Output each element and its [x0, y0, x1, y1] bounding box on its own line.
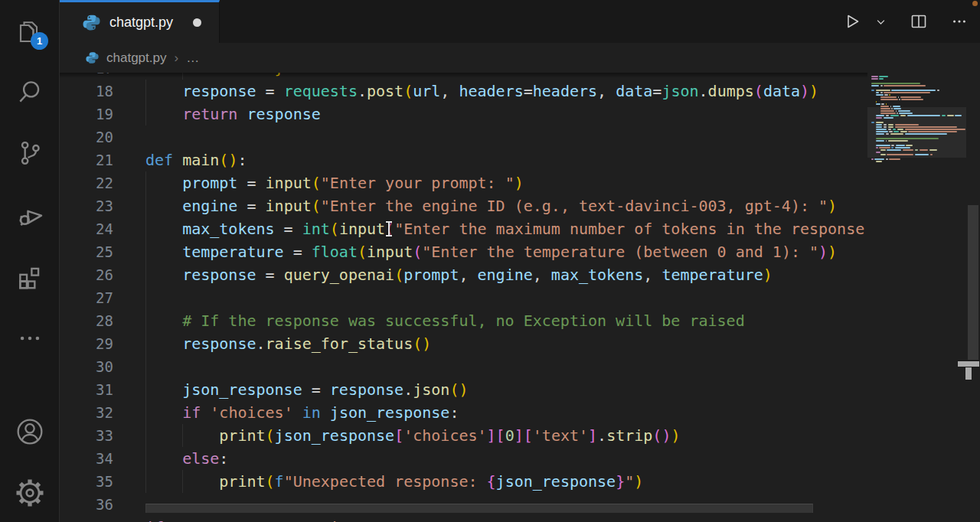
editor-group: chatgpt.py: [60, 0, 980, 522]
line-number[interactable]: 19: [60, 103, 113, 126]
line-number[interactable]: 26: [60, 263, 113, 286]
line-number[interactable]: 30: [60, 355, 113, 378]
minimap-line: [900, 115, 906, 116]
minimap-line: [876, 124, 883, 126]
code-line: 21def main():: [60, 148, 867, 171]
line-number[interactable]: 20: [60, 126, 113, 148]
minimap-line: [876, 115, 885, 116]
minimap-line: [879, 78, 884, 80]
horizontal-scrollbar-thumb[interactable]: [145, 504, 813, 513]
minimap-line: [899, 113, 912, 114]
line-number[interactable]: 24: [60, 217, 113, 240]
minimap-line: [871, 90, 874, 91]
minimap-line: [880, 154, 886, 155]
code-line: 23 engine = input("Enter the engine ID (…: [60, 194, 867, 217]
minimap-line: [947, 115, 954, 116]
minimap-line: [871, 158, 874, 160]
recording-dot: [972, 1, 978, 6]
minimap-line: [876, 117, 883, 119]
split-editor-button[interactable]: [910, 12, 928, 31]
minimap-line: [880, 92, 883, 93]
minimap-line: [937, 90, 939, 91]
minimap-line: [881, 103, 884, 105]
line-number[interactable]: 32: [60, 401, 113, 424]
tab-chatgpt-py[interactable]: chatgpt.py: [60, 0, 220, 43]
minimap-line: [880, 85, 883, 86]
minimap-line: [908, 131, 957, 132]
code-line: 24 max_tokens = int(input("Enter the max…: [60, 217, 867, 240]
minimap-line: [876, 145, 890, 146]
line-number[interactable]: 22: [60, 171, 113, 194]
minimap-line: [886, 158, 888, 160]
minimap-line: [905, 133, 947, 135]
code-text: print(f"Unexpected response: {json_respo…: [145, 470, 643, 493]
line-number[interactable]: 35: [60, 470, 113, 493]
minimap-line: [880, 96, 897, 98]
minimap-line: [955, 115, 962, 116]
indent-guide: [145, 355, 146, 378]
minimap-line: [876, 126, 883, 128]
minimap-line: [906, 145, 913, 146]
code-text: }: [145, 73, 284, 80]
minimap-line: [901, 99, 923, 100]
source-control-icon[interactable]: [0, 129, 60, 178]
minimap-line: [876, 161, 883, 162]
minimap-line: [889, 158, 900, 160]
code-text: engine = input("Enter the engine ID (e.g…: [145, 194, 837, 217]
breadcrumb-file[interactable]: chatgpt.py: [106, 51, 166, 66]
line-number[interactable]: 36: [60, 493, 113, 516]
line-number[interactable]: 21: [60, 148, 113, 171]
vertical-scrollbar-thumb[interactable]: [968, 205, 978, 360]
explorer-icon[interactable]: 1: [0, 8, 60, 57]
minimap-line: [905, 129, 966, 130]
line-number[interactable]: 25: [60, 240, 113, 263]
run-debug-icon[interactable]: [0, 190, 60, 239]
code-text: print(json_response['choices'][0]['text'…: [145, 424, 681, 447]
line-number[interactable]: 37: [60, 516, 113, 522]
tab-bar: chatgpt.py: [60, 0, 980, 43]
extensions-icon[interactable]: [0, 253, 60, 302]
minimap-line: [891, 90, 936, 91]
accounts-icon[interactable]: [0, 407, 60, 456]
minimap-line: [891, 147, 893, 148]
vertical-scrollbar: [966, 73, 980, 522]
explorer-badge: 1: [31, 32, 48, 50]
minimap-line: [884, 117, 893, 119]
minimap-line: [920, 149, 929, 151]
settings-gear-icon[interactable]: [0, 468, 60, 517]
minimap-line: [876, 94, 884, 96]
line-number[interactable]: 29: [60, 332, 113, 355]
line-number[interactable]: 31: [60, 378, 113, 401]
code-editor[interactable]: 17 }18 response = requests.post(url, hea…: [60, 73, 867, 522]
minimap-line: [900, 131, 907, 132]
minimap-line: [871, 122, 874, 123]
breadcrumb-more[interactable]: …: [186, 51, 200, 66]
line-number[interactable]: 34: [60, 447, 113, 470]
more-actions-button[interactable]: [951, 13, 968, 30]
modified-indicator: [193, 18, 201, 27]
line-number[interactable]: 18: [60, 80, 113, 103]
run-button[interactable]: [843, 12, 861, 31]
minimap-line: [893, 131, 899, 132]
more-views-icon[interactable]: [0, 314, 60, 363]
line-number[interactable]: 23: [60, 194, 113, 217]
run-dropdown-chevron-icon[interactable]: [875, 16, 887, 28]
code-line: 32 if 'choices' in json_response:: [60, 401, 867, 424]
code-line: 17 }: [60, 73, 867, 80]
line-number[interactable]: 33: [60, 424, 113, 447]
minimap-line: [915, 154, 929, 155]
minimap-line: [897, 129, 904, 130]
minimap[interactable]: [867, 73, 966, 522]
minimap-line: [888, 140, 908, 142]
line-number[interactable]: 28: [60, 309, 113, 332]
minimap-line: [876, 103, 880, 105]
minimap-line: [876, 101, 877, 103]
minimap-line: [874, 158, 884, 160]
search-icon[interactable]: [0, 67, 60, 116]
minimap-line: [880, 149, 886, 151]
code-line: 28 # If the response was successful, no …: [60, 309, 867, 332]
minimap-line: [884, 126, 887, 128]
minimap-line: [915, 149, 918, 151]
line-number[interactable]: 27: [60, 286, 113, 309]
line-number[interactable]: 17: [60, 73, 113, 80]
